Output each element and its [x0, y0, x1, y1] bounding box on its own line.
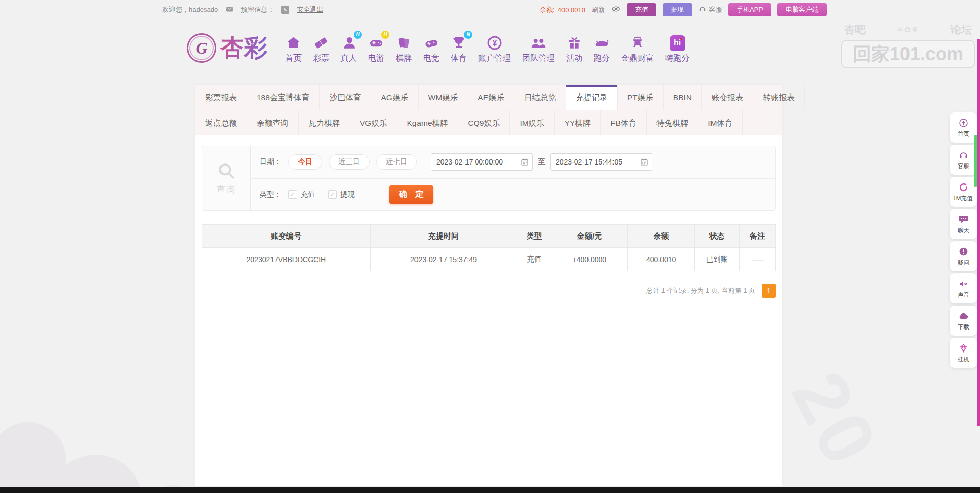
- tab-shaba-tiyu[interactable]: 沙巴体育: [320, 85, 371, 110]
- tab-wm-yule[interactable]: WM娱乐: [419, 85, 469, 110]
- col-header-amount: 金额/元: [551, 225, 628, 248]
- date-to-wrap: [550, 153, 652, 171]
- sidebar-item-home[interactable]: 首页: [950, 112, 977, 143]
- tab-rijie-zonglan[interactable]: 日结总览: [514, 85, 566, 110]
- tab-vg-yule[interactable]: VG娱乐: [350, 110, 397, 135]
- nav-item-sports[interactable]: N 体育: [451, 33, 467, 64]
- sidebar-item-download[interactable]: 下载: [950, 306, 977, 336]
- tab-yy-qipai[interactable]: YY棋牌: [555, 110, 601, 135]
- exclamation-circle-icon: [958, 246, 969, 257]
- nav-label: 首页: [285, 53, 302, 64]
- tab-pt-yule[interactable]: PT娱乐: [618, 85, 664, 110]
- col-header-time: 充提时间: [370, 225, 517, 248]
- right-edge-pink-strip: [977, 39, 980, 426]
- cell-amount: +400.0000: [551, 248, 628, 271]
- pc-client-button[interactable]: 电脑客户端: [777, 3, 827, 16]
- tab-cq9-yule[interactable]: CQ9娱乐: [458, 110, 510, 135]
- withdraw-button[interactable]: 提现: [663, 3, 692, 16]
- date-filter-row: 日期： 今日 近三日 近七日 至: [251, 146, 775, 178]
- nav-item-lottery[interactable]: 彩票: [313, 33, 329, 64]
- tab-chuti-jilu-active[interactable]: 充提记录: [566, 85, 618, 110]
- page-1-button[interactable]: 1: [762, 284, 776, 298]
- checkbox-icon: ✓: [288, 190, 297, 199]
- deposit-button[interactable]: 充值: [627, 3, 656, 16]
- rhino-icon: [594, 33, 610, 51]
- live-dealer-icon: N: [340, 33, 357, 51]
- date-label: 日期：: [260, 157, 281, 167]
- headset-icon: [958, 150, 969, 161]
- search-label: 查询: [216, 184, 236, 196]
- sidebar-item-chat[interactable]: 聊天: [950, 209, 977, 239]
- sidebar-item-question[interactable]: 疑问: [950, 241, 977, 271]
- mobile-app-button[interactable]: 手机APP: [728, 3, 771, 16]
- badge-h: H: [381, 31, 389, 39]
- sidebar-item-im-recharge[interactable]: IM充值: [950, 177, 977, 207]
- cards-icon: [396, 33, 412, 51]
- nav-item-account[interactable]: ¥ 账户管理: [478, 33, 511, 64]
- tab-tetu-qipai[interactable]: 特兔棋牌: [647, 110, 698, 135]
- eye-slash-icon[interactable]: [611, 4, 621, 15]
- sidebar-label: 聊天: [958, 227, 969, 234]
- tab-zhangbian-baobiao[interactable]: 账变报表: [702, 85, 753, 110]
- people-group-icon: [530, 33, 547, 51]
- nav-item-jinding[interactable]: 金鼎财富: [621, 33, 654, 64]
- nav-item-cards[interactable]: 棋牌: [396, 33, 412, 64]
- sidebar-item-hangup[interactable]: 挂机: [950, 338, 977, 368]
- logo-emblem-icon: G: [187, 33, 216, 63]
- col-header-balance: 余额: [628, 225, 695, 248]
- nav-item-team[interactable]: 团队管理: [522, 33, 555, 64]
- tab-im-yule[interactable]: IM娱乐: [510, 110, 554, 135]
- sidebar-item-sound[interactable]: 声音: [950, 273, 977, 303]
- reserved-info-label: 预留信息：: [241, 5, 274, 14]
- watermark-domain: 回家101.com: [841, 40, 975, 68]
- decor-big-number: 20: [774, 358, 896, 482]
- quick-7days-button[interactable]: 近七日: [376, 154, 417, 170]
- col-header-type: 类型: [517, 225, 551, 248]
- tab-yue-chaxun[interactable]: 余额查询: [247, 110, 299, 135]
- pencil-icon[interactable]: ✎: [281, 6, 289, 14]
- customer-service-link[interactable]: 客服: [698, 5, 722, 15]
- deposit-checkbox-label: 充值: [301, 190, 315, 199]
- refresh-link[interactable]: 刷新: [592, 5, 605, 14]
- tab-wali-qipai[interactable]: 瓦力棋牌: [299, 110, 350, 135]
- tab-ae-yule[interactable]: AE娱乐: [468, 85, 514, 110]
- tab-im-tiyu[interactable]: IM体育: [698, 110, 743, 135]
- tab-fb-tiyu[interactable]: FB体育: [601, 110, 647, 135]
- withdraw-checkbox[interactable]: ✓ 提现: [328, 190, 355, 199]
- tab-188-jinbaobo[interactable]: 188金宝博体育: [247, 85, 320, 110]
- logout-link[interactable]: 安全退出: [297, 5, 323, 14]
- date-to-input[interactable]: [550, 153, 652, 171]
- nav-item-promotions[interactable]: 活动: [566, 33, 582, 64]
- date-from-input[interactable]: [431, 153, 533, 171]
- tab-kgame-qipai[interactable]: Kgame棋牌: [397, 110, 458, 135]
- scrollbar-thumb[interactable]: [974, 135, 977, 187]
- deposit-checkbox[interactable]: ✓ 充值: [288, 190, 315, 199]
- tab-zhuanzhang-baobiao[interactable]: 转账报表: [753, 85, 805, 110]
- records-table: 账变编号 充提时间 类型 金额/元 余额 状态 备注 20230217VBBDD…: [202, 224, 776, 271]
- nav-item-hipaofen[interactable]: hi 嗨跑分: [665, 33, 690, 64]
- sidebar-label: 客服: [958, 162, 969, 170]
- tab-caipiao-baobiao[interactable]: 彩票报表: [195, 85, 247, 110]
- nav-item-live[interactable]: N 真人: [340, 33, 357, 64]
- nav-item-paofen[interactable]: 跑分: [594, 33, 610, 64]
- logo-text: 杏彩: [220, 32, 267, 64]
- quick-3days-button[interactable]: 近三日: [329, 154, 370, 170]
- quick-today-button[interactable]: 今日: [288, 154, 322, 170]
- tab-row-2: 返点总额 余额查询 瓦力棋牌 VG娱乐 Kgame棋牌 CQ9娱乐 IM娱乐 Y…: [195, 110, 782, 135]
- gift-icon: [566, 33, 582, 51]
- floating-sidebar: 首页 客服 IM充值 聊天 疑问 声音 下载: [950, 112, 977, 370]
- nav-item-home[interactable]: 首页: [285, 33, 302, 64]
- mail-icon[interactable]: [225, 5, 234, 15]
- tab-ag-yule[interactable]: AG娱乐: [371, 85, 418, 110]
- tab-fandian-zonge[interactable]: 返点总额: [195, 110, 247, 135]
- tab-bbin[interactable]: BBIN: [664, 85, 702, 110]
- nav-label: 彩票: [313, 53, 329, 64]
- sidebar-item-service[interactable]: 客服: [950, 145, 977, 175]
- confirm-button[interactable]: 确 定: [389, 185, 433, 204]
- site-logo[interactable]: G 杏彩: [187, 32, 267, 64]
- date-from-wrap: [431, 153, 533, 171]
- nav-item-egames[interactable]: H 电游: [368, 33, 384, 64]
- nav-item-esports[interactable]: 电竞: [423, 33, 439, 64]
- cloud-download-icon: [958, 311, 969, 322]
- gamepad-icon: H: [368, 33, 384, 51]
